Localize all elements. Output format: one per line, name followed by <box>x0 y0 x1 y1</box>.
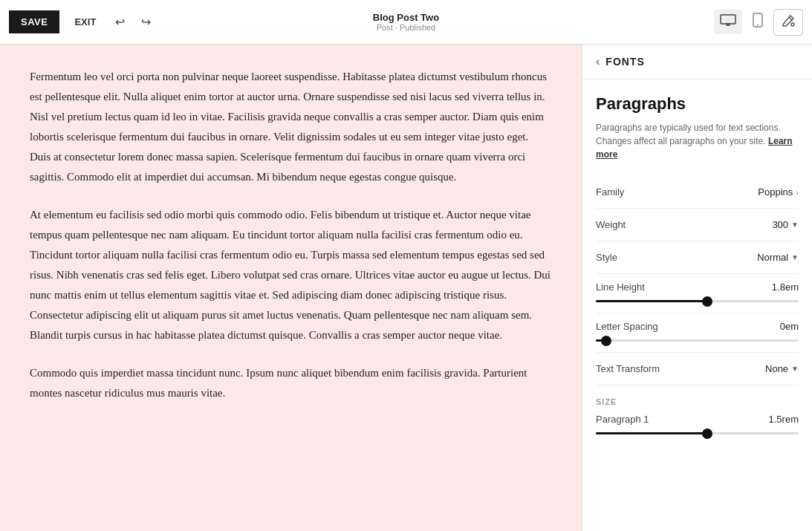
style-label: Style <box>596 252 617 263</box>
family-row: Family Poppins › <box>596 176 799 209</box>
family-chevron-icon: › <box>796 188 799 197</box>
paragraph1-thumb[interactable] <box>702 429 712 439</box>
letter-spacing-label: Letter Spacing <box>596 321 658 332</box>
section-desc: Paragraphs are typically used for text s… <box>596 121 799 161</box>
design-button[interactable] <box>773 9 803 36</box>
page-title: Blog Post Two <box>373 12 439 23</box>
letter-spacing-row: Letter Spacing 0em <box>596 313 799 353</box>
letter-spacing-value: 0em <box>780 321 799 332</box>
svg-point-6 <box>791 23 794 26</box>
mobile-view-button[interactable] <box>747 8 769 36</box>
weight-row: Weight 300 ▼ <box>596 209 799 241</box>
size-section-label: SIZE <box>596 397 799 406</box>
text-transform-dropdown-icon: ▼ <box>791 365 799 373</box>
svg-rect-0 <box>721 15 735 24</box>
svg-point-5 <box>757 25 759 26</box>
line-height-track[interactable] <box>596 300 799 302</box>
style-row: Style Normal ▼ <box>596 241 799 274</box>
family-label: Family <box>596 186 624 198</box>
paragraph-1: Fermentum leo vel orci porta non pulvina… <box>30 67 552 187</box>
back-arrow-icon[interactable]: ‹ <box>596 55 600 68</box>
line-height-value: 1.8em <box>772 281 799 293</box>
paragraph-2: At elementum eu facilisis sed odio morbi… <box>30 205 552 345</box>
text-transform-label: Text Transform <box>596 363 660 374</box>
toolbar-right <box>714 8 803 36</box>
style-dropdown-icon: ▼ <box>791 253 799 261</box>
content-area: Fermentum leo vel orci porta non pulvina… <box>0 45 582 531</box>
size-section: SIZE Paragraph 1 1.5rem <box>596 385 799 434</box>
text-transform-row: Text Transform None ▼ <box>596 353 799 385</box>
family-value[interactable]: Poppins › <box>758 186 799 198</box>
main-layout: Fermentum leo vel orci porta non pulvina… <box>0 45 812 531</box>
right-panel: ‹ FONTS Paragraphs Paragraphs are typica… <box>582 45 812 531</box>
paragraph1-fill <box>596 432 707 434</box>
paragraph1-track[interactable] <box>596 432 799 434</box>
desktop-view-button[interactable] <box>714 10 742 34</box>
paragraph1-size-row: Paragraph 1 1.5rem <box>596 414 799 425</box>
line-height-row: Line Height 1.8em <box>596 274 799 313</box>
save-button[interactable]: SAVE <box>9 10 59 33</box>
letter-spacing-track[interactable] <box>596 339 799 342</box>
line-height-fill <box>596 300 707 302</box>
letter-spacing-thumb[interactable] <box>601 336 611 346</box>
style-value[interactable]: Normal ▼ <box>757 252 799 263</box>
toolbar-center: Blog Post Two Post · Published <box>373 12 439 32</box>
weight-dropdown-icon: ▼ <box>791 221 799 229</box>
text-transform-value[interactable]: None ▼ <box>765 363 799 374</box>
weight-value[interactable]: 300 ▼ <box>772 219 799 230</box>
line-height-thumb[interactable] <box>702 296 712 307</box>
undo-button[interactable]: ↩ <box>111 10 129 33</box>
paragraph-3: Commodo quis imperdiet massa tincidunt n… <box>30 363 552 403</box>
page-subtitle: Post · Published <box>373 23 439 32</box>
panel-content: Paragraphs Paragraphs are typically used… <box>582 79 812 449</box>
exit-button[interactable]: EXIT <box>67 12 103 32</box>
section-title: Paragraphs <box>596 94 799 114</box>
panel-header: ‹ FONTS <box>582 45 812 79</box>
weight-label: Weight <box>596 219 626 230</box>
redo-button[interactable]: ↪ <box>137 10 155 33</box>
panel-header-title: FONTS <box>605 56 644 68</box>
toolbar: SAVE EXIT ↩ ↪ Blog Post Two Post · Publi… <box>0 0 812 45</box>
paragraph1-label: Paragraph 1 <box>596 414 649 425</box>
line-height-label: Line Height <box>596 281 645 293</box>
paragraph1-value: 1.5rem <box>769 414 799 425</box>
